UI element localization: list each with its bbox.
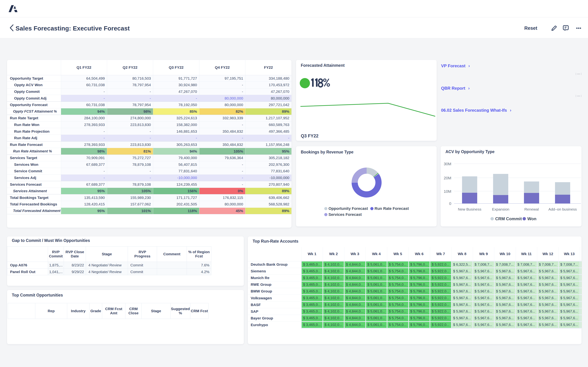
svg-text:0: 0 [449,201,451,206]
svg-text:Renewal: Renewal [524,207,539,211]
svg-text:10M: 10M [444,189,451,194]
svg-text:20M: 20M [444,176,451,180]
svg-text:Expansion: Expansion [492,207,509,211]
svg-text:New Business: New Business [458,207,481,211]
svg-text:30M: 30M [444,162,451,166]
svg-text:Add–on business: Add–on business [548,207,577,211]
